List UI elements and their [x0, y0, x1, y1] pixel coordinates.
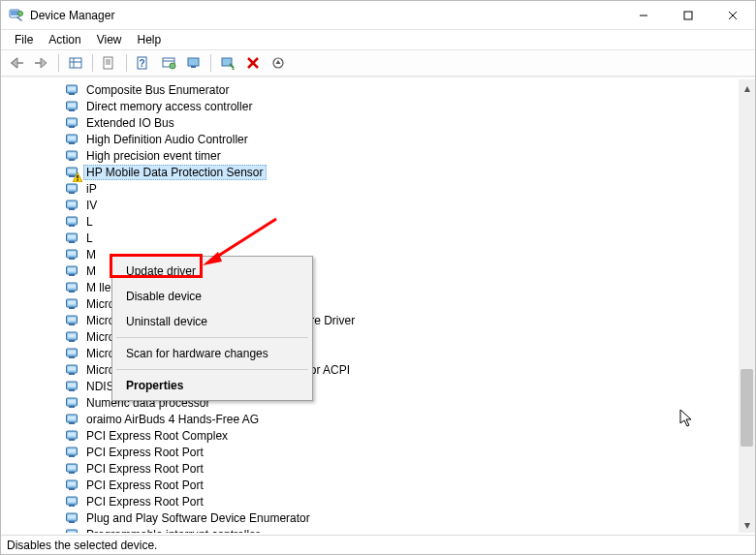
- svg-rect-65: [69, 274, 75, 276]
- properties-button[interactable]: [98, 52, 121, 74]
- svg-rect-79: [68, 350, 76, 354]
- device-label: PCI Express Root Port: [83, 445, 258, 460]
- svg-rect-85: [68, 383, 76, 386]
- svg-rect-109: [68, 514, 76, 518]
- help-button[interactable]: ?: [132, 52, 155, 74]
- device-label: PCI Express Root Port: [83, 494, 258, 509]
- scroll-down-icon[interactable]: ▾: [739, 516, 755, 533]
- context-menu-item[interactable]: Uninstall device: [114, 309, 310, 334]
- svg-rect-68: [69, 291, 75, 293]
- context-menu-separator: [116, 337, 308, 338]
- device-tree-item[interactable]: PCI Express Root Port: [7, 477, 739, 493]
- svg-rect-35: [69, 126, 75, 128]
- device-tree-item[interactable]: High precision event timer: [7, 147, 739, 164]
- device-icon: [65, 148, 80, 164]
- svg-rect-46: [77, 175, 78, 178]
- device-tree-item[interactable]: Extended IO Bus: [7, 114, 739, 131]
- device-icon: [65, 478, 80, 493]
- svg-rect-34: [68, 119, 76, 123]
- device-tree-item[interactable]: PCI Express Root Port: [7, 493, 739, 509]
- close-button[interactable]: [710, 1, 755, 30]
- svg-rect-61: [68, 251, 76, 255]
- device-icon: [65, 280, 80, 295]
- svg-rect-32: [69, 109, 75, 111]
- svg-rect-4: [684, 12, 692, 19]
- menu-file[interactable]: File: [7, 31, 41, 48]
- svg-rect-98: [69, 455, 75, 457]
- device-tree-item[interactable]: iP: [7, 180, 739, 197]
- context-menu-separator: [116, 369, 308, 370]
- menu-view[interactable]: View: [89, 31, 130, 48]
- svg-rect-37: [68, 136, 76, 139]
- device-icon: [65, 395, 80, 411]
- device-tree-item[interactable]: HP Mobile Data Protection Sensor: [7, 164, 739, 180]
- device-tree-item[interactable]: Direct memory access controller: [7, 98, 739, 114]
- show-hidden-devices-button[interactable]: [64, 52, 87, 74]
- uninstall-button[interactable]: [241, 52, 265, 74]
- device-icon: [65, 296, 80, 312]
- device-icon: [65, 115, 80, 131]
- maximize-button[interactable]: [666, 1, 710, 30]
- svg-rect-49: [68, 185, 76, 189]
- device-tree-item[interactable]: Composite Bus Enumerator: [7, 81, 739, 98]
- svg-rect-29: [69, 93, 75, 95]
- device-tree-item[interactable]: L: [7, 213, 739, 230]
- monitor-button[interactable]: [182, 52, 205, 74]
- update-driver-toolbar-button[interactable]: [157, 52, 180, 74]
- scrollbar-thumb[interactable]: [740, 369, 753, 447]
- device-label: L: [83, 231, 258, 246]
- svg-rect-58: [68, 234, 76, 238]
- svg-rect-10: [104, 57, 112, 69]
- svg-rect-101: [69, 472, 75, 474]
- device-tree-item[interactable]: PCI Express Root Port: [7, 444, 739, 460]
- device-tree-item[interactable]: L: [7, 230, 739, 246]
- device-tree-item[interactable]: PCI Express Root Complex: [7, 427, 739, 444]
- context-menu-item[interactable]: Properties: [114, 373, 310, 398]
- svg-rect-67: [68, 284, 76, 288]
- scan-for-changes-button[interactable]: [267, 52, 290, 74]
- toolbar-separator: [92, 54, 93, 72]
- device-icon: [65, 263, 80, 279]
- svg-rect-53: [69, 208, 75, 210]
- minimize-button[interactable]: [621, 1, 666, 30]
- context-menu-item[interactable]: Update driver: [114, 259, 310, 284]
- status-bar: Disables the selected device.: [1, 535, 755, 554]
- device-tree-item[interactable]: PCI Express Root Port: [7, 460, 739, 477]
- device-icon: [65, 329, 80, 345]
- svg-rect-94: [68, 432, 76, 436]
- menubar: File Action View Help: [1, 30, 755, 49]
- device-icon: [65, 82, 80, 98]
- device-icon: [65, 198, 80, 213]
- device-tree-item[interactable]: High Definition Audio Controller: [7, 131, 739, 147]
- scroll-up-icon[interactable]: ▴: [739, 79, 755, 96]
- device-label: IV: [83, 198, 258, 213]
- device-tree-item[interactable]: Programmable interrupt controller: [7, 526, 739, 533]
- device-icon: [65, 313, 80, 328]
- context-menu-item[interactable]: Scan for hardware changes: [114, 341, 310, 366]
- device-tree-item[interactable]: oraimo AirBuds 4 Hands-Free AG: [7, 411, 739, 427]
- scan-hardware-button[interactable]: [216, 52, 239, 74]
- svg-rect-62: [69, 258, 75, 260]
- menu-help[interactable]: Help: [130, 31, 170, 48]
- svg-rect-88: [68, 399, 76, 403]
- device-label: Programmable interrupt controller: [83, 527, 263, 534]
- context-menu-item[interactable]: Disable device: [114, 284, 310, 309]
- svg-text:?: ?: [139, 58, 144, 69]
- svg-rect-64: [68, 267, 76, 271]
- menu-action[interactable]: Action: [41, 31, 88, 48]
- svg-rect-97: [68, 448, 76, 452]
- forward-button[interactable]: [30, 52, 53, 74]
- device-tree-item[interactable]: IV: [7, 197, 739, 213]
- back-button[interactable]: [5, 52, 28, 74]
- toolbar: ?: [1, 49, 755, 77]
- device-label: Extended IO Bus: [83, 115, 258, 131]
- device-label: HP Mobile Data Protection Sensor: [83, 165, 267, 180]
- vertical-scrollbar[interactable]: ▴ ▾: [739, 79, 755, 533]
- device-tree-item[interactable]: Plug and Play Software Device Enumerator: [7, 509, 739, 526]
- device-label: oraimo AirBuds 4 Hands-Free AG: [83, 412, 262, 427]
- context-menu: Update driverDisable deviceUninstall dev…: [111, 256, 313, 401]
- device-label: High Definition Audio Controller: [83, 132, 258, 147]
- svg-rect-59: [69, 241, 75, 243]
- svg-rect-7: [70, 58, 81, 68]
- device-manager-icon: [9, 8, 24, 23]
